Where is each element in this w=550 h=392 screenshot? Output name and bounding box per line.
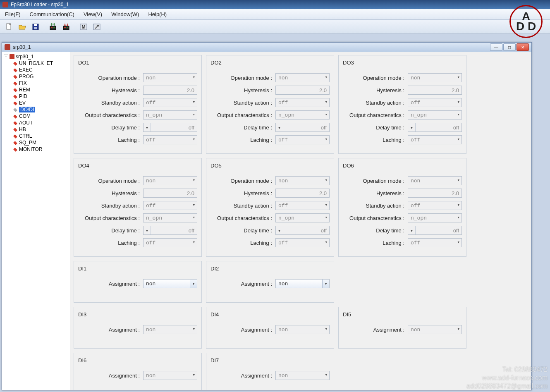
combo-delay[interactable]: ▾off xyxy=(275,226,330,235)
combo-assignment[interactable]: non xyxy=(143,371,197,380)
combo-output-char[interactable]: n_opn xyxy=(408,213,462,222)
upload-device-button[interactable] xyxy=(47,21,59,33)
tree-node-un-rg-lk-et[interactable]: UN_RG/LK_ET xyxy=(12,60,69,67)
combo-assignment[interactable]: non xyxy=(408,325,462,334)
tree-node-exec[interactable]: EXEC xyxy=(12,67,69,73)
combo-delay[interactable]: ▾off xyxy=(408,226,462,235)
label-delay: Delay time : xyxy=(78,124,140,131)
combo-output-char[interactable]: n_opn xyxy=(275,110,330,120)
label-hysteresis: Hysteresis : xyxy=(78,87,140,93)
input-hysteresis[interactable]: 2.0 xyxy=(143,189,197,198)
menu-view[interactable]: View(V) xyxy=(82,10,104,18)
combo-standby[interactable]: off xyxy=(275,201,330,210)
combo-op-mode[interactable]: non xyxy=(275,176,330,185)
group-di2: DI2 Assignment : non xyxy=(206,261,334,303)
tree-node-pid[interactable]: PID xyxy=(12,93,69,100)
combo-laching[interactable]: off xyxy=(408,238,462,247)
label-standby: Standby action : xyxy=(78,100,140,106)
tree-bullet-icon xyxy=(13,127,17,132)
tree-node-com[interactable]: COM xyxy=(12,113,69,120)
combo-delay[interactable]: ▾off xyxy=(408,123,462,132)
label-hysteresis: Hysteresis : xyxy=(343,87,404,93)
combo-laching[interactable]: off xyxy=(408,135,462,144)
combo-assignment[interactable]: non xyxy=(143,279,197,288)
nav-tree[interactable]: − srp30_1 UN_RG/LK_ETEXECPROGFIXREMPIDEV… xyxy=(2,52,70,390)
label-delay: Delay time : xyxy=(78,227,140,234)
input-hysteresis[interactable]: 2.0 xyxy=(143,86,197,95)
label-hysteresis: Hysteresis : xyxy=(210,190,272,196)
tree-node-prog[interactable]: PROG xyxy=(12,73,69,80)
combo-assignment[interactable]: non xyxy=(275,279,330,288)
combo-op-mode[interactable]: non xyxy=(408,73,462,82)
download-device-button[interactable] xyxy=(60,21,72,33)
combo-delay[interactable]: ▾off xyxy=(275,123,330,132)
combo-laching[interactable]: off xyxy=(275,135,330,144)
tree-node-fix[interactable]: FIX xyxy=(12,80,69,86)
toolbar: M xyxy=(0,20,550,34)
group-title: DI2 xyxy=(210,265,330,272)
tree-root[interactable]: − srp30_1 xyxy=(3,53,69,60)
label-delay: Delay time : xyxy=(343,227,404,234)
input-hysteresis[interactable]: 2.0 xyxy=(275,189,330,198)
form-area[interactable]: DO1 Operation mode : non Hysteresis : 2.… xyxy=(70,52,531,390)
input-hysteresis[interactable]: 2.0 xyxy=(408,86,462,95)
new-file-button[interactable] xyxy=(3,21,15,33)
combo-output-char[interactable]: n_opn xyxy=(408,110,462,120)
collapse-icon[interactable]: − xyxy=(4,55,8,59)
save-button[interactable] xyxy=(30,21,41,33)
label-output-char: Output charactenstics : xyxy=(210,112,272,118)
label-output-char: Output charactenstics : xyxy=(210,215,272,221)
combo-op-mode[interactable]: non xyxy=(143,176,197,185)
combo-standby[interactable]: off xyxy=(143,201,197,210)
menu-window[interactable]: Window(W) xyxy=(110,10,141,18)
tree-node-do-di[interactable]: DO/DI xyxy=(12,106,69,113)
tree-node-label: COM xyxy=(19,113,31,119)
combo-standby[interactable]: off xyxy=(408,201,462,210)
combo-output-char[interactable]: n_opn xyxy=(275,213,330,222)
tree-node-aout[interactable]: AOUT xyxy=(12,120,69,126)
svg-rect-7 xyxy=(51,27,53,28)
group-di5: DI5 Assignment : non xyxy=(338,307,466,349)
maximize-button[interactable]: □ xyxy=(503,43,516,51)
tree-node-sq-pm[interactable]: SQ_PM xyxy=(12,139,69,146)
combo-laching[interactable]: off xyxy=(275,238,330,247)
minimize-button[interactable]: — xyxy=(490,43,502,51)
combo-assignment[interactable]: non xyxy=(143,325,197,334)
tree-node-rem[interactable]: REM xyxy=(12,86,69,93)
label-delay: Delay time : xyxy=(210,227,272,234)
monitor-m-button[interactable]: M xyxy=(78,21,89,33)
input-hysteresis[interactable]: 2.0 xyxy=(275,86,330,95)
menu-file[interactable]: File(F) xyxy=(3,10,22,18)
menu-help[interactable]: Help(H) xyxy=(146,10,168,18)
combo-delay[interactable]: ▾off xyxy=(143,123,197,132)
group-title: DO5 xyxy=(210,163,330,169)
input-hysteresis[interactable]: 2.0 xyxy=(408,189,462,198)
tree-bullet-icon xyxy=(13,94,17,99)
tree-bullet-icon xyxy=(13,114,17,119)
combo-op-mode[interactable]: non xyxy=(275,73,330,82)
upload-device-icon xyxy=(49,23,57,31)
tree-node-hb[interactable]: HB xyxy=(12,126,69,133)
combo-delay[interactable]: ▾off xyxy=(143,226,197,235)
tree-node-ev[interactable]: EV xyxy=(12,100,69,106)
combo-standby[interactable]: off xyxy=(275,98,330,107)
combo-laching[interactable]: off xyxy=(143,135,197,144)
combo-assignment[interactable]: non xyxy=(275,325,330,334)
combo-op-mode[interactable]: non xyxy=(143,73,197,82)
combo-output-char[interactable]: n_opn xyxy=(143,213,197,222)
label-laching: Laching : xyxy=(78,240,140,246)
tree-node-monitor[interactable]: MONITOR xyxy=(12,146,69,153)
combo-laching[interactable]: off xyxy=(143,238,197,247)
open-file-button[interactable] xyxy=(17,21,28,33)
combo-standby[interactable]: off xyxy=(143,98,197,107)
combo-assignment[interactable]: non xyxy=(275,371,330,380)
group-title: DI6 xyxy=(78,357,197,363)
close-button[interactable]: ✕ xyxy=(517,43,529,51)
combo-op-mode[interactable]: non xyxy=(408,176,462,185)
arrow-tool-button[interactable] xyxy=(91,21,103,33)
group-title: DO4 xyxy=(78,163,197,169)
tree-node-ctrl[interactable]: CTRL xyxy=(12,133,69,139)
combo-output-char[interactable]: n_opn xyxy=(143,110,197,120)
menu-communication[interactable]: Communication(C) xyxy=(28,10,76,18)
combo-standby[interactable]: off xyxy=(408,98,462,107)
